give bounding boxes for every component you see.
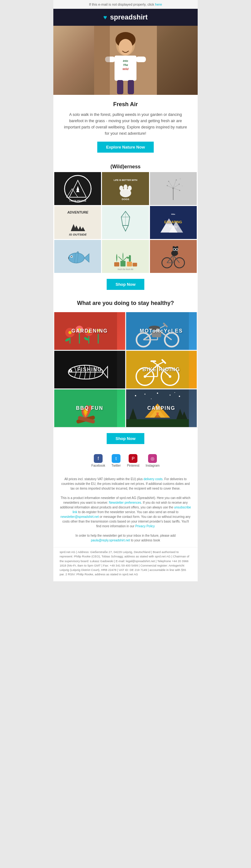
- activity-bikeriding[interactable]: BIKE RIDING: [126, 351, 197, 389]
- grid-item-2[interactable]: LIFE IS BETTER WITH DOGS: [102, 172, 149, 205]
- svg-point-32: [179, 183, 180, 185]
- svg-line-31: [173, 184, 179, 188]
- svg-point-23: [128, 186, 132, 191]
- logo-bar: ♥ spreadshirt: [53, 9, 198, 26]
- grid-item-3[interactable]: [150, 172, 197, 205]
- top-bar-text: If this e-mail is not displayed properly…: [89, 2, 155, 6]
- activity-fishing[interactable]: FISHING: [54, 351, 125, 389]
- email-wrapper: If this e-mail is not displayed properly…: [53, 0, 198, 581]
- activity-motorcycles[interactable]: MOToRcYcLES: [126, 312, 197, 350]
- svg-point-21: [119, 186, 123, 191]
- svg-point-56: [68, 253, 84, 263]
- footer-prices: All prices incl. statutory VAT (delivery…: [53, 472, 198, 547]
- logo-icon: ♥: [103, 14, 107, 21]
- svg-text:ADVENTURE: ADVENTURE: [67, 210, 88, 214]
- facebook-icon: f: [94, 454, 103, 463]
- social-facebook[interactable]: f Facebook: [91, 454, 105, 467]
- grid-item-6[interactable]: Hike ESCAPING Reality: [150, 206, 197, 239]
- wilderness-grid: I HATE PEOPLE LIFE IS BETTER WITH DOGS: [53, 172, 198, 274]
- svg-point-147: [179, 396, 180, 397]
- camping-label: CAMPING: [147, 405, 175, 411]
- svg-rect-64: [127, 261, 132, 266]
- healthy-title-section: What are you doing to stay healthy?: [53, 295, 198, 312]
- grid-item-9[interactable]: [150, 240, 197, 273]
- twitter-label: Twitter: [111, 464, 120, 467]
- svg-point-125: [70, 370, 71, 372]
- footer-email-link[interactable]: newsletter@spreadshirt.net: [61, 515, 99, 519]
- svg-point-59: [71, 256, 72, 257]
- instagram-label: Instagram: [146, 464, 159, 467]
- footer-prices-text1: All prices incl. statutory VAT (delivery…: [64, 477, 143, 481]
- activity-camping[interactable]: CAMPING: [126, 390, 197, 427]
- pinterest-icon: P: [129, 454, 137, 463]
- social-pinterest[interactable]: P Pinterest: [127, 454, 139, 467]
- instagram-icon: ◎: [148, 454, 157, 463]
- svg-rect-9: [136, 57, 146, 62]
- healthy-title: What are you doing to stay healthy?: [63, 300, 188, 307]
- bikeriding-label: BIKE RIDING: [142, 367, 180, 372]
- grid-item-5[interactable]: [102, 206, 149, 239]
- svg-point-34: [167, 185, 168, 186]
- footer-privacy-link[interactable]: Privacy Policy: [135, 524, 155, 528]
- fresh-air-title: Fresh Air: [63, 101, 188, 108]
- svg-text:IS OUTSIDE: IS OUTSIDE: [69, 232, 86, 236]
- bbqfun-label: BBQ FUN: [76, 405, 103, 411]
- svg-text:LIFE IS BETTER WITH: LIFE IS BETTER WITH: [114, 178, 137, 181]
- svg-rect-65: [133, 262, 137, 266]
- top-bar: If this e-mail is not displayed properly…: [53, 0, 198, 9]
- svg-text:Wild: Wild: [123, 67, 129, 71]
- svg-point-3: [118, 39, 133, 55]
- logo-name: spreadshirt: [110, 13, 148, 21]
- footer-legal-text: sprd.net AG | Address: Gießerstraße 27, …: [60, 550, 189, 576]
- twitter-icon: t: [112, 454, 120, 463]
- shop-now-button-2[interactable]: Shop Now: [107, 433, 144, 444]
- grid-item-1[interactable]: I HATE PEOPLE: [54, 172, 101, 205]
- svg-point-146: [170, 395, 170, 396]
- grid-item-8[interactable]: fresh the fresh life: [102, 240, 149, 273]
- svg-rect-11: [128, 80, 134, 94]
- svg-text:Hike: Hike: [171, 213, 175, 215]
- svg-rect-155: [126, 419, 189, 427]
- pinterest-label: Pinterest: [127, 464, 139, 467]
- svg-text:ESCAPING: ESCAPING: [165, 220, 182, 224]
- svg-text:Into: Into: [123, 59, 128, 62]
- svg-rect-63: [120, 261, 126, 266]
- svg-point-145: [157, 393, 158, 394]
- svg-point-39: [182, 185, 183, 186]
- footer-address-intro: In order to help the newsletter get to y…: [75, 534, 175, 537]
- footer-legal: sprd.net AG | Address: Gießerstraße 27, …: [53, 547, 198, 581]
- social-instagram[interactable]: ◎ Instagram: [146, 454, 159, 467]
- hero-image: Into The Wild: [53, 26, 198, 95]
- activity-gardening[interactable]: GARDENING: [54, 312, 125, 350]
- svg-marker-15: [67, 189, 78, 197]
- svg-point-79: [173, 246, 175, 248]
- grid-item-4[interactable]: ADVENTURE IS OUTSIDE: [54, 206, 101, 239]
- svg-rect-67: [127, 257, 130, 258]
- fishing-label: FISHING: [77, 367, 102, 372]
- svg-marker-57: [84, 254, 89, 262]
- svg-point-80: [176, 246, 178, 248]
- svg-point-148: [151, 399, 151, 399]
- facebook-label: Facebook: [91, 464, 105, 467]
- top-bar-link[interactable]: here: [155, 2, 162, 6]
- svg-text:fresh the fresh life: fresh the fresh life: [118, 268, 134, 270]
- svg-point-149: [174, 392, 175, 393]
- svg-point-28: [168, 181, 170, 182]
- gardening-label: GARDENING: [72, 328, 108, 334]
- svg-text:The: The: [123, 63, 128, 67]
- svg-text:DOGS: DOGS: [122, 198, 129, 201]
- grid-item-7[interactable]: [54, 240, 101, 273]
- footer-newsletter-link[interactable]: Newsletter preferences: [109, 501, 141, 504]
- social-bar: f Facebook t Twitter P Pinterest ◎ Insta…: [53, 449, 198, 472]
- social-twitter[interactable]: t Twitter: [111, 454, 120, 467]
- activity-bbqfun[interactable]: BBQ FUN: [54, 390, 125, 427]
- svg-line-29: [173, 180, 176, 188]
- svg-rect-10: [117, 80, 123, 94]
- svg-point-30: [176, 179, 177, 181]
- shop-now-button-1[interactable]: Shop Now: [107, 279, 144, 290]
- explore-nature-button[interactable]: Explore Nature Now: [97, 142, 154, 153]
- footer-address-email[interactable]: paula@reply.spreadshirt.net: [91, 538, 130, 542]
- footer-delivery-link[interactable]: delivery costs: [144, 477, 163, 481]
- svg-rect-12: [94, 26, 110, 95]
- activity-grid: GARDENING MOToRcYcLE: [53, 312, 198, 428]
